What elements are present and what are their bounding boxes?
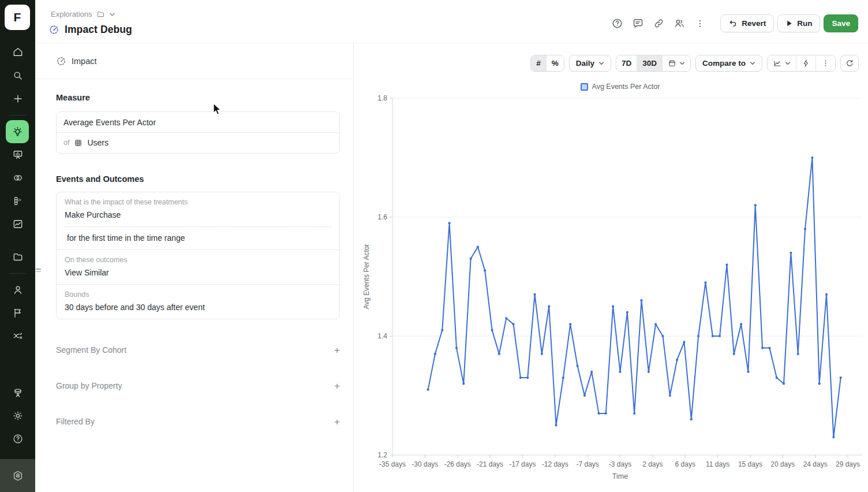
impact-gauge-icon [56, 56, 66, 66]
svg-text:11 days: 11 days [706, 460, 729, 468]
share-link-button[interactable] [650, 15, 667, 32]
config-panel: Impact Measure Average Events Per Actor … [35, 43, 354, 492]
measure-value-row[interactable]: Average Events Per Actor [57, 112, 339, 132]
svg-text:20 days: 20 days [770, 460, 795, 468]
lightbulb-icon [12, 126, 24, 138]
undo-icon [728, 19, 738, 28]
segment-by-cohort-row[interactable]: Segment By Cohort + [56, 344, 340, 356]
folder-icon [96, 10, 105, 18]
users-icon [674, 17, 686, 29]
svg-text:-12 days: -12 days [542, 460, 568, 468]
rail-divider [9, 273, 26, 274]
cohorts-icon [12, 172, 24, 184]
svg-text:1.4: 1.4 [377, 332, 387, 340]
comments-button[interactable] [629, 15, 646, 32]
run-button[interactable]: Run [777, 14, 820, 32]
icon-rail: F fx [0, 0, 35, 492]
svg-text:-7 days: -7 days [576, 460, 598, 468]
ab-test-icon [12, 330, 24, 342]
run-label: Run [797, 19, 812, 28]
sidebar-item-home[interactable] [0, 40, 35, 64]
svg-text:24 days: 24 days [803, 460, 828, 468]
measure-card: Average Events Per Actor of Users [56, 111, 340, 154]
sidebar-item-search[interactable] [0, 64, 35, 87]
workspace-logo-icon [12, 469, 24, 482]
play-icon [785, 20, 793, 27]
sidebar-item-settings[interactable] [0, 404, 35, 427]
treatment-section[interactable]: What is the impact of these treatments M… [57, 192, 339, 249]
svg-text:-35 days: -35 days [379, 460, 406, 468]
group-by-property-label: Group by Property [56, 381, 122, 390]
outcomes-value: View Similar [65, 268, 331, 277]
sidebar-item-cohorts[interactable] [0, 166, 35, 189]
more-options-button[interactable] [691, 15, 709, 32]
revert-label: Revert [742, 19, 766, 28]
sidebar-item-data[interactable] [0, 381, 35, 404]
sidebar-item-boards[interactable] [0, 143, 35, 166]
of-label: of [63, 139, 69, 147]
presentation-icon [12, 149, 24, 161]
line-chart: 1.21.41.61.8-35 days-30 days-26 days-21 … [354, 43, 868, 492]
sidebar-item-charts[interactable] [0, 213, 35, 236]
svg-text:15 days: 15 days [738, 460, 762, 468]
person-icon [12, 284, 24, 296]
measure-value: Average Events Per Actor [63, 118, 156, 127]
sidebar-item-flags[interactable] [0, 301, 35, 325]
chevron-down-icon [109, 12, 115, 17]
svg-text:29 days: 29 days [836, 460, 860, 468]
chart-area: # % Daily 7D 30D Compare to [354, 43, 868, 492]
sidebar-item-people[interactable] [0, 278, 35, 301]
collaborators-button[interactable] [671, 15, 688, 32]
panel-resize-handle[interactable] [36, 266, 41, 274]
measure-entity-row[interactable]: of Users [57, 132, 339, 153]
entity-value: Users [87, 138, 108, 147]
revert-button[interactable]: Revert [720, 14, 774, 32]
sidebar-item-folders[interactable] [0, 245, 35, 269]
filtered-by-label: Filtered By [56, 417, 95, 426]
flag-icon [12, 307, 24, 319]
events-heading: Events and Outcomes [56, 174, 144, 184]
sidebar-item-metrics[interactable]: fx [0, 189, 35, 213]
add-group-button[interactable]: + [334, 381, 340, 391]
treatment-label: What is the impact of these treatments [65, 198, 331, 206]
svg-text:Time: Time [612, 472, 628, 480]
events-card: What is the impact of these treatments M… [56, 192, 340, 319]
topbar-actions: Revert Run Save [608, 14, 858, 32]
workspace-switcher[interactable] [0, 459, 35, 492]
measure-heading: Measure [56, 93, 90, 102]
top-bar: Explorations Impact Debug [35, 0, 868, 43]
link-icon [653, 17, 665, 29]
svg-text:2 days: 2 days [642, 460, 663, 468]
svg-text:1.2: 1.2 [377, 451, 387, 459]
svg-text:Avg Events Per Actor: Avg Events Per Actor [362, 244, 371, 309]
sidebar-item-help[interactable] [0, 427, 35, 450]
svg-text:-30 days: -30 days [411, 460, 438, 468]
breadcrumb[interactable]: Explorations [51, 10, 115, 18]
svg-text:6 days: 6 days [675, 460, 695, 468]
add-segment-button[interactable]: + [334, 345, 340, 355]
filtered-by-row[interactable]: Filtered By + [56, 416, 340, 427]
treatment-value: Make Purchase [65, 210, 331, 219]
outcomes-section[interactable]: On these outcomes View Similar [57, 249, 339, 284]
help-circle-icon [12, 433, 24, 445]
sidebar-item-explorations[interactable] [6, 120, 29, 143]
comment-icon [632, 17, 644, 29]
group-by-property-row[interactable]: Group by Property + [56, 380, 340, 392]
app-logo[interactable]: F [5, 5, 30, 30]
sidebar-item-add[interactable] [0, 87, 35, 110]
rail-divider [9, 115, 26, 115]
svg-text:-17 days: -17 days [509, 460, 536, 468]
breadcrumb-label: Explorations [51, 10, 92, 18]
plus-icon [12, 93, 24, 105]
treatment-qualifier: for the first time in the time range [65, 233, 331, 243]
panel-header-label: Impact [72, 57, 97, 66]
bounds-section[interactable]: Bounds 30 days before and 30 days after … [57, 284, 339, 319]
add-filter-button[interactable]: + [334, 417, 340, 427]
page-title: Impact Debug [65, 24, 132, 36]
svg-text:1.6: 1.6 [377, 213, 387, 221]
home-icon [12, 46, 24, 58]
help-button[interactable] [608, 15, 626, 32]
help-circle-icon [611, 17, 623, 29]
save-button[interactable]: Save [824, 14, 858, 32]
sidebar-item-experiments[interactable] [0, 325, 35, 348]
